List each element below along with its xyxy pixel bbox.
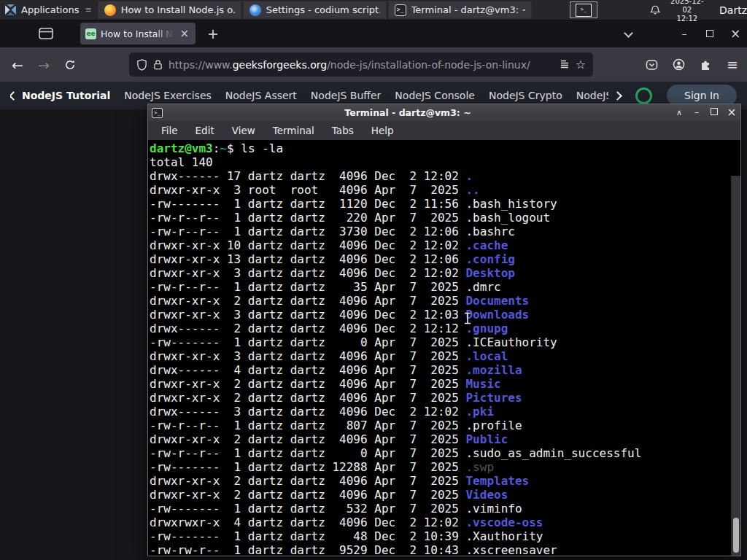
terminal-title: Terminal - dartz@vm3: ~ — [148, 107, 667, 118]
terminal-window: >_ Terminal - dartz@vm3: ~ ∧ – × File Ed… — [147, 104, 741, 556]
menu-file[interactable]: File — [161, 125, 178, 136]
taskbar-item-firefox[interactable]: How to Install Node.js o... — [98, 1, 241, 19]
terminal-maximize-icon — [711, 108, 718, 115]
lock-icon[interactable] — [153, 59, 163, 70]
terminal-listing-row: -rw------- 1 dartz dartz 12288 Apr 7 202… — [150, 460, 740, 474]
terminal-close-button[interactable]: × — [723, 104, 740, 121]
terminal-listing-row: drwxr-xr-x 3 dartz dartz 4096 Dec 2 12:0… — [150, 308, 740, 322]
terminal-scrollbar-thumb[interactable] — [733, 518, 739, 553]
nav-link[interactable]: NodeJS Assert — [225, 90, 297, 101]
account-icon[interactable] — [673, 58, 685, 71]
nav-link[interactable]: NodeJS Exercises — [124, 90, 212, 101]
terminal-listing-row: drwxr-xr-x 2 dartz dartz 4096 Apr 7 2025… — [150, 377, 740, 391]
tab-title: How to Install Node.js on — [101, 28, 174, 39]
terminal-title-bar[interactable]: >_ Terminal - dartz@vm3: ~ ∧ – × — [148, 104, 740, 121]
applications-menu-button[interactable]: Applications ≡ — [0, 0, 96, 20]
terminal-listing-row: -rw------- 1 dartz dartz 0 Apr 7 2025 .I… — [150, 335, 740, 349]
terminal-listing-row: -rw------- 1 dartz dartz 48 Dec 2 10:39 … — [150, 529, 740, 543]
list-tabs-chevron-icon[interactable] — [624, 28, 633, 38]
menu-edit[interactable]: Edit — [196, 125, 214, 136]
tab-close-icon[interactable]: × — [178, 28, 190, 39]
terminal-listing-row: drwx------ 2 dartz dartz 4096 Dec 2 12:1… — [150, 322, 740, 335]
menu-view[interactable]: View — [232, 125, 255, 136]
mouse-cursor-ibeam — [464, 312, 471, 324]
reload-button[interactable] — [57, 59, 83, 71]
terminal-listing-row: drwxr-xr-x 3 dartz dartz 4096 Dec 2 12:0… — [150, 266, 740, 280]
menu-hamburger-icon[interactable]: ≡ — [727, 58, 738, 71]
terminal-scrollbar[interactable] — [731, 176, 740, 556]
taskbar-item-terminal[interactable]: >_ Terminal - dartz@vm3: ~ — [388, 1, 532, 19]
terminal-listing-row: drwxr-xr-x 3 dartz dartz 4096 Apr 7 2025… — [150, 349, 740, 363]
terminal-listing-row: drwxr-xr-x 2 dartz dartz 4096 Apr 7 2025… — [150, 432, 740, 446]
terminal-listing-row: drwxr-xr-x 10 dartz dartz 4096 Dec 2 12:… — [150, 238, 740, 252]
terminal-minimize-button[interactable]: – — [688, 104, 705, 121]
terminal-maximize-button[interactable] — [705, 104, 723, 121]
window-minimize-button[interactable]: – — [675, 24, 694, 43]
terminal-listing-row: -rw-rw-r-- 1 dartz dartz 9529 Dec 2 10:4… — [150, 543, 740, 556]
shield-icon[interactable] — [136, 59, 147, 71]
clock-time: 12:12 — [668, 15, 707, 23]
top-panel: Applications ≡ How to Install Node.js o.… — [0, 0, 747, 20]
reader-mode-icon[interactable] — [560, 59, 570, 70]
back-button[interactable]: ← — [4, 57, 31, 73]
terminal-icon: >_ — [395, 4, 406, 16]
applications-icon — [4, 4, 17, 15]
terminal-listing-row: drwxr-xr-x 2 dartz dartz 4096 Apr 7 2025… — [150, 391, 740, 405]
terminal-shade-button[interactable]: ∧ — [670, 104, 688, 121]
terminal-listing-row: drwxr-xr-x 2 dartz dartz 4096 Apr 7 2025… — [150, 488, 740, 502]
workspace-window-icon: >_ — [576, 4, 592, 17]
firefox-icon — [104, 4, 116, 16]
chevron-right-icon[interactable] — [613, 91, 622, 101]
terminal-content[interactable]: dartz@vm3:~$ ls -latotal 140drwx------ 1… — [148, 140, 740, 556]
workspace-switcher[interactable]: >_ — [570, 1, 598, 18]
terminal-listing-row: -rw------- 1 dartz dartz 1120 Dec 2 11:5… — [150, 197, 740, 211]
terminal-total-line: total 140 — [150, 155, 740, 169]
terminal-listing-row: -rw-r--r-- 1 dartz dartz 807 Apr 7 2025 … — [150, 419, 740, 432]
maximize-icon — [706, 30, 713, 37]
nav-link[interactable]: NodeJS Crypto — [489, 90, 562, 101]
window-close-button[interactable]: × — [726, 24, 745, 43]
terminal-listing-row: -rw------- 1 dartz dartz 532 Apr 7 2025 … — [150, 502, 740, 516]
menu-tabs[interactable]: Tabs — [332, 125, 354, 136]
panel-clock[interactable]: 2025-12-02 12:12 — [668, 0, 707, 23]
menu-help[interactable]: Help — [371, 125, 394, 136]
terminal-listing-row: drwxr-xr-x 2 dartz dartz 4096 Apr 7 2025… — [150, 474, 740, 488]
search-icon[interactable] — [635, 88, 652, 104]
nav-link[interactable]: NodeJS DNS — [576, 90, 608, 101]
nav-link[interactable]: NodeJS Buffer — [311, 90, 382, 101]
nav-back-link[interactable]: NodeJS Tutorial — [10, 90, 110, 101]
tab-bar: ee How to Install Node.js on × + – × — [0, 20, 747, 47]
terminal-listing-row: drwxr-xr-x 13 dartz dartz 4096 Dec 2 12:… — [150, 252, 740, 266]
extensions-puzzle-icon[interactable] — [700, 58, 712, 71]
terminal-listing-row: drwx------ 4 dartz dartz 4096 Apr 7 2025… — [150, 363, 740, 377]
notification-bell-icon[interactable] — [650, 4, 660, 17]
terminal-listing-row: -rw-r--r-- 1 dartz dartz 35 Apr 7 2025 .… — [150, 280, 740, 294]
clock-date: 2025-12-02 — [668, 0, 707, 15]
chevron-left-icon — [10, 91, 18, 101]
terminal-output: dartz@vm3:~$ ls -latotal 140drwx------ 1… — [148, 140, 740, 556]
new-tab-button[interactable]: + — [204, 25, 222, 42]
window-maximize-button[interactable] — [700, 24, 719, 43]
bookmark-star-icon[interactable]: ☆ — [576, 59, 586, 71]
toolbar-right-icons: ≡ — [646, 52, 738, 77]
pocket-icon[interactable] — [646, 59, 658, 71]
panel-user-name[interactable]: Dartz — [719, 4, 747, 16]
terminal-listing-row: drwxr-xr-x 2 dartz dartz 4096 Apr 7 2025… — [150, 294, 740, 308]
terminal-menu-bar: File Edit View Terminal Tabs Help — [148, 121, 740, 140]
terminal-listing-row: -rw-r--r-- 1 dartz dartz 3730 Dec 2 12:0… — [150, 225, 740, 238]
menu-indicator-icon: ≡ — [85, 5, 91, 15]
reload-icon — [64, 59, 76, 71]
nav-link[interactable]: NodeJS Console — [395, 90, 475, 101]
forward-button[interactable]: → — [31, 57, 57, 73]
terminal-listing-row: drwxr-xr-x 3 root root 4096 Apr 7 2025 .… — [150, 183, 740, 197]
terminal-listing-row: -rw-r--r-- 1 dartz dartz 220 Apr 7 2025 … — [150, 211, 740, 225]
url-text: https://www.geeksforgeeks.org/node-js/in… — [169, 59, 554, 71]
firefox-view-icon[interactable] — [38, 26, 54, 41]
url-bar[interactable]: https://www.geeksforgeeks.org/node-js/in… — [129, 52, 593, 77]
menu-terminal[interactable]: Terminal — [273, 125, 314, 136]
terminal-listing-row: drwx------ 3 dartz dartz 4096 Dec 2 12:0… — [150, 405, 740, 419]
taskbar-item-codium-settings[interactable]: Settings - codium script... — [243, 1, 387, 19]
terminal-prompt-line: dartz@vm3:~$ ls -la — [150, 141, 740, 155]
terminal-listing-row: drwx------ 17 dartz dartz 4096 Dec 2 12:… — [150, 169, 740, 183]
browser-tab[interactable]: ee How to Install Node.js on × — [80, 23, 196, 44]
